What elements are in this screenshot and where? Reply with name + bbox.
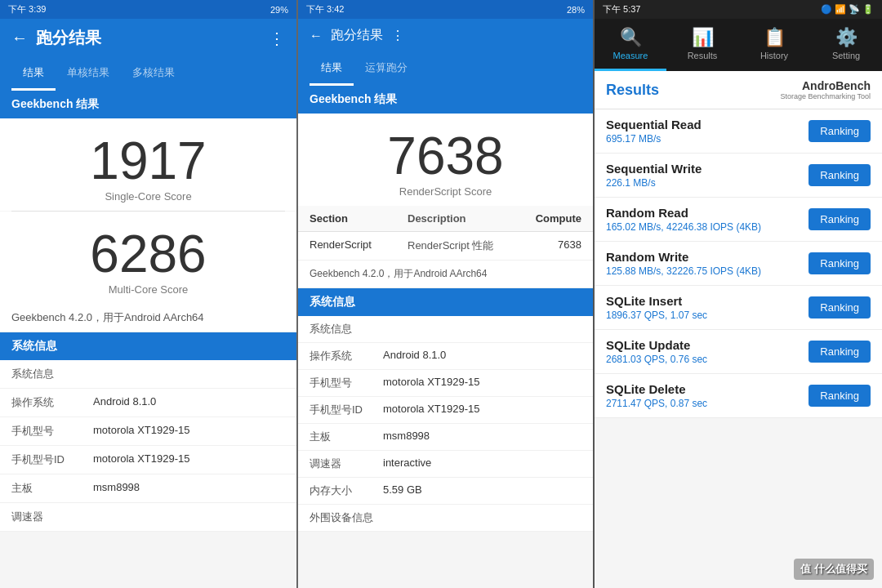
ranking-btn-6[interactable]: Ranking [808, 385, 871, 407]
phone-right: 下午 5:37 🔵 📶 📡 🔋 🔍 Measure 📊 Results 📋 Hi… [593, 0, 882, 588]
row-value-2: motorola XT1929-15 [93, 424, 190, 439]
mid-val-2: motorola XT1929-15 [383, 376, 480, 390]
tab-results[interactable]: 结果 [11, 57, 56, 91]
tab-single-core[interactable]: 单核结果 [56, 57, 121, 91]
bench-name-6: SQLite Delete [606, 382, 707, 396]
render-table: Section Description Compute RenderScript… [298, 206, 593, 288]
table-header-row: Section Description Compute [298, 206, 593, 232]
ranking-btn-5[interactable]: Ranking [808, 341, 871, 363]
right-status-bar: 下午 5:37 🔵 📶 📡 🔋 [595, 0, 882, 19]
single-core-label: Single-Core Score [8, 190, 288, 203]
bench-info-5: SQLite Update 2681.03 QPS, 0.76 sec [606, 338, 707, 365]
bench-name-3: Random Write [606, 250, 761, 264]
ranking-btn-4[interactable]: Ranking [808, 296, 871, 318]
left-battery: 29% [270, 5, 288, 15]
bench-value-0: 695.17 MB/s [606, 133, 702, 145]
left-status-bar: 下午 3:39 29% [0, 0, 296, 19]
ranking-btn-1[interactable]: Ranking [808, 164, 871, 186]
nav-results-label: Results [688, 51, 718, 60]
sys-info-row-1: 操作系统 Android 8.1.0 [0, 389, 296, 417]
cell-section-0: RenderScript [310, 238, 408, 253]
middle-status-bar: 下午 3:42 28% [298, 0, 593, 19]
left-back-button[interactable]: ← [11, 29, 28, 47]
table-row-0: RenderScript RenderScript 性能 7638 [298, 232, 593, 261]
single-core-score: 1917 [8, 135, 288, 187]
left-section-header: Geekbench 结果 [0, 91, 296, 118]
bench-name-2: Random Read [606, 206, 761, 220]
left-time: 下午 3:39 [8, 3, 46, 16]
phone-middle: 下午 3:42 28% ← 跑分结果 ⋮ 结果 运算跑分 Geekbench 结… [296, 0, 593, 588]
row-label-0: 系统信息 [11, 367, 93, 381]
row-label-4: 主板 [11, 481, 93, 496]
phone-left: 下午 3:39 29% ← 跑分结果 ⋮ 结果 单核结果 多核结果 Geekbe… [0, 0, 296, 588]
nav-history[interactable]: 📋 History [738, 19, 810, 71]
mid-row-2: 手机型号 motorola XT1929-15 [298, 370, 593, 397]
results-icon: 📊 [692, 27, 714, 48]
bench-item-2: Random Read 165.02 MB/s, 42246.38 IOPS (… [595, 198, 882, 242]
mid-row-5: 调速器 interactive [298, 451, 593, 478]
bench-value-5: 2681.03 QPS, 0.76 sec [606, 354, 707, 365]
bench-info-0: Sequential Read 695.17 MB/s [606, 118, 702, 145]
bench-name-4: SQLite Insert [606, 294, 707, 308]
nav-measure-label: Measure [613, 51, 648, 60]
multi-core-block: 6286 Multi-Core Score [0, 212, 296, 304]
nav-setting-label: Setting [832, 51, 860, 60]
middle-header: ← 跑分结果 ⋮ [298, 19, 593, 52]
sys-info-row-0: 系统信息 [0, 360, 296, 389]
sys-info-row-4: 主板 msm8998 [0, 474, 296, 503]
nav-results[interactable]: 📊 Results [666, 19, 738, 71]
row-label-5: 调速器 [11, 510, 93, 524]
multi-core-score: 6286 [8, 228, 288, 280]
middle-tab-compute[interactable]: 运算跑分 [354, 52, 419, 86]
mid-val-4: msm8998 [383, 430, 430, 444]
bench-name-5: SQLite Update [606, 338, 707, 352]
nav-setting[interactable]: ⚙️ Setting [810, 19, 882, 71]
mid-row-3: 手机型号ID motorola XT1929-15 [298, 397, 593, 424]
androbench-nav: 🔍 Measure 📊 Results 📋 History ⚙️ Setting [595, 19, 882, 71]
mid-row-6: 内存大小 5.59 GB [298, 478, 593, 505]
row-value-1: Android 8.1.0 [93, 395, 156, 410]
bench-info-3: Random Write 125.88 MB/s, 32226.75 IOPS … [606, 250, 761, 277]
ranking-btn-2[interactable]: Ranking [808, 208, 871, 230]
nav-measure[interactable]: 🔍 Measure [595, 19, 666, 71]
row-value-4: msm8998 [93, 481, 140, 496]
bench-value-1: 226.1 MB/s [606, 177, 702, 189]
middle-tab-bar: 结果 运算跑分 [298, 52, 593, 86]
cell-geekbench-ver: Geekbench 4.2.0，用于Android AArch64 [310, 267, 581, 281]
ranking-btn-3[interactable]: Ranking [808, 252, 871, 274]
col-header-desc: Description [408, 212, 532, 225]
mid-val-3: motorola XT1929-15 [383, 403, 480, 417]
left-sys-info-header: 系统信息 [0, 332, 296, 360]
history-icon: 📋 [764, 27, 786, 48]
render-score-block: 7638 RenderScript Score [298, 114, 593, 206]
sys-info-row-2: 手机型号 motorola XT1929-15 [0, 417, 296, 446]
tab-multi-core[interactable]: 多核结果 [121, 57, 186, 91]
col-header-compute: Compute [532, 212, 581, 225]
brand-name: AndroBench [781, 79, 871, 92]
row-label-3: 手机型号ID [11, 452, 93, 467]
bench-value-3: 125.88 MB/s, 32226.75 IOPS (4KB) [606, 265, 761, 277]
render-score-number: 7638 [306, 130, 585, 182]
middle-time: 下午 3:42 [306, 3, 344, 16]
bench-value-6: 2711.47 QPS, 0.87 sec [606, 398, 707, 409]
cell-compute-0: 7638 [532, 238, 581, 253]
middle-back-button[interactable]: ← [310, 29, 323, 43]
render-score-label: RenderScript Score [306, 185, 585, 198]
mid-val-1: Android 8.1.0 [383, 349, 446, 363]
sys-info-row-3: 手机型号ID motorola XT1929-15 [0, 446, 296, 474]
bench-value-2: 165.02 MB/s, 42246.38 IOPS (4KB) [606, 221, 761, 233]
mid-lbl-4: 主板 [310, 430, 383, 444]
mid-lbl-3: 手机型号ID [310, 403, 383, 417]
middle-menu-button[interactable]: ⋮ [391, 28, 404, 43]
bench-value-4: 1896.37 QPS, 1.07 sec [606, 310, 707, 321]
bench-info-1: Sequential Write 226.1 MB/s [606, 162, 702, 189]
bench-item-4: SQLite Insert 1896.37 QPS, 1.07 sec Rank… [595, 286, 882, 330]
middle-section-header: Geekbench 结果 [298, 86, 593, 114]
results-header: Results AndroBench Storage Benchmarking … [595, 71, 882, 109]
middle-tab-results[interactable]: 结果 [310, 52, 354, 86]
row-label-2: 手机型号 [11, 424, 93, 439]
left-menu-button[interactable]: ⋮ [269, 29, 285, 48]
row-value-3: motorola XT1929-15 [93, 452, 190, 467]
ranking-btn-0[interactable]: Ranking [808, 120, 871, 142]
bench-info-6: SQLite Delete 2711.47 QPS, 0.87 sec [606, 382, 707, 409]
